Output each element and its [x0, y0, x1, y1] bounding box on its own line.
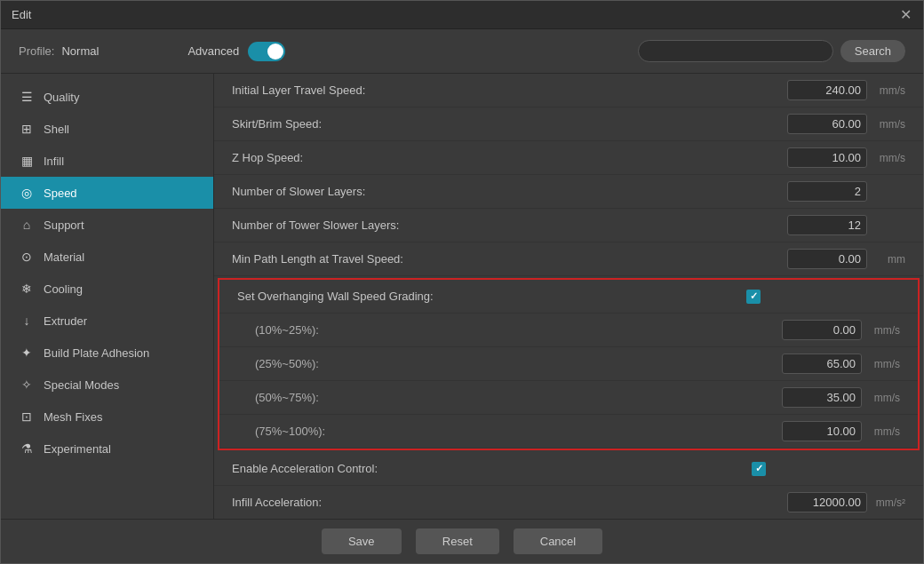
- setting-row-overhang-50-75: (50%~75%): mm/s: [219, 381, 918, 415]
- shell-icon: ⊞: [19, 121, 35, 137]
- unit-label: mm/s: [874, 152, 905, 164]
- overhang-25-50-input[interactable]: [782, 353, 862, 374]
- extruder-icon: ↓: [19, 313, 35, 329]
- sidebar-item-experimental[interactable]: ⚗ Experimental: [1, 433, 213, 465]
- overhanging-wall-speed-checkbox[interactable]: [746, 290, 761, 304]
- highlighted-section: Set Overhanging Wall Speed Grading: (10%…: [218, 278, 920, 450]
- reset-button[interactable]: Reset: [416, 528, 499, 554]
- setting-row-number-tower-slower-layers: Number of Tower Slower Layers:: [214, 209, 923, 242]
- setting-row-overhang-75-100: (75%~100%): mm/s: [219, 415, 918, 449]
- sidebar-item-extruder[interactable]: ↓ Extruder: [1, 305, 213, 337]
- search-input[interactable]: [638, 40, 833, 62]
- sidebar-item-label-material: Material: [44, 250, 84, 264]
- number-slower-layers-input[interactable]: [787, 181, 867, 202]
- sidebar-item-label-cooling: Cooling: [44, 282, 83, 296]
- setting-value-area: mm/s: [782, 421, 900, 441]
- setting-value-area: [787, 181, 905, 202]
- window-title: Edit: [12, 8, 31, 21]
- unit-label: mm/s: [874, 118, 905, 131]
- setting-label: Number of Tower Slower Layers:: [232, 218, 787, 232]
- cancel-button[interactable]: Cancel: [514, 528, 602, 554]
- setting-row-infill-acceleration: Infill Acceleration: mm/s²: [214, 486, 923, 519]
- setting-row-overhang-25-50: (25%~50%): mm/s: [219, 347, 918, 381]
- overhang-10-25-input[interactable]: [782, 320, 862, 340]
- enable-acceleration-checkbox[interactable]: [752, 462, 766, 476]
- toggle-knob: [267, 44, 283, 60]
- save-button[interactable]: Save: [322, 528, 402, 554]
- min-path-length-input[interactable]: [787, 249, 867, 269]
- checkbox-area: [752, 462, 867, 476]
- setting-row-min-path-length: Min Path Length at Travel Speed: mm: [214, 242, 923, 276]
- number-tower-slower-layers-input[interactable]: [787, 215, 867, 235]
- skirt-brim-speed-input[interactable]: [787, 114, 867, 134]
- enable-acceleration-label: Enable Acceleration Control:: [232, 462, 752, 475]
- unit-label: mm/s: [869, 392, 900, 404]
- special-modes-icon: ✧: [19, 377, 35, 393]
- sidebar-item-shell[interactable]: ⊞ Shell: [1, 113, 213, 145]
- checkbox-area: [746, 290, 862, 304]
- setting-label: Number of Slower Layers:: [232, 185, 787, 198]
- sidebar-item-special-modes[interactable]: ✧ Special Modes: [1, 369, 213, 401]
- advanced-label: Advanced: [187, 44, 239, 58]
- profile-area: Profile: Normal: [19, 44, 99, 58]
- setting-row-skirt-brim-speed: Skirt/Brim Speed: mm/s: [214, 107, 923, 141]
- setting-value-area: mm/s: [787, 114, 905, 134]
- setting-label: Initial Layer Travel Speed:: [232, 83, 787, 97]
- infill-icon: ▦: [19, 153, 35, 169]
- footer: Save Reset Cancel: [1, 519, 923, 563]
- unit-label: mm/s: [869, 324, 900, 337]
- setting-label: Min Path Length at Travel Speed:: [232, 252, 787, 266]
- setting-label: Skirt/Brim Speed:: [232, 117, 787, 131]
- overhang-50-75-input[interactable]: [782, 387, 862, 408]
- profile-label: Profile:: [19, 44, 54, 58]
- main-content: ☰ Quality ⊞ Shell ▦ Infill ◎ Speed ⌂ Sup…: [1, 74, 923, 519]
- sidebar-item-speed[interactable]: ◎ Speed: [1, 177, 213, 209]
- initial-layer-travel-speed-input[interactable]: [787, 80, 867, 100]
- sidebar-item-label-support: Support: [44, 218, 84, 232]
- close-button[interactable]: ✕: [898, 8, 912, 22]
- sidebar-item-label-infill: Infill: [44, 155, 64, 168]
- setting-row-number-slower-layers: Number of Slower Layers:: [214, 175, 923, 209]
- unit-label: mm/s: [869, 358, 900, 370]
- setting-row-overhang-10-25: (10%~25%): mm/s: [219, 314, 918, 347]
- overhang-75-100-input[interactable]: [782, 421, 862, 441]
- setting-row-overhanging-wall-speed: Set Overhanging Wall Speed Grading:: [219, 280, 918, 314]
- unit-label: mm: [874, 253, 905, 266]
- sidebar-item-build-plate[interactable]: ✦ Build Plate Adhesion: [1, 337, 213, 369]
- quality-icon: ☰: [19, 89, 35, 105]
- setting-row-z-hop-speed: Z Hop Speed: mm/s: [214, 141, 923, 175]
- unit-label: mm/s: [869, 425, 900, 438]
- search-area: Search: [638, 40, 905, 62]
- setting-value-area: mm: [787, 249, 905, 269]
- search-button[interactable]: Search: [840, 40, 905, 62]
- setting-value-area: mm/s: [782, 387, 900, 408]
- sidebar-item-material[interactable]: ⊙ Material: [1, 241, 213, 273]
- sidebar-item-support[interactable]: ⌂ Support: [1, 209, 213, 241]
- z-hop-speed-input[interactable]: [787, 147, 867, 168]
- setting-row-initial-layer-travel-speed: Initial Layer Travel Speed: mm/s: [214, 74, 923, 107]
- sidebar-item-label-special-modes: Special Modes: [44, 378, 119, 392]
- setting-label: Z Hop Speed:: [232, 151, 787, 164]
- sidebar-item-quality[interactable]: ☰ Quality: [1, 81, 213, 113]
- infill-acceleration-input[interactable]: [787, 492, 867, 512]
- sidebar-item-infill[interactable]: ▦ Infill: [1, 145, 213, 177]
- setting-value-area: [752, 462, 905, 476]
- advanced-toggle[interactable]: [248, 42, 285, 61]
- profile-value: Normal: [61, 44, 99, 58]
- sidebar-item-label-extruder: Extruder: [44, 314, 87, 328]
- sidebar-item-cooling[interactable]: ❄ Cooling: [1, 273, 213, 305]
- setting-value-area: mm/s: [787, 147, 905, 168]
- overhanging-wall-speed-label: Set Overhanging Wall Speed Grading:: [237, 290, 746, 303]
- sidebar: ☰ Quality ⊞ Shell ▦ Infill ◎ Speed ⌂ Sup…: [1, 74, 214, 519]
- main-window: Edit ✕ Profile: Normal Advanced Search ☰…: [0, 0, 924, 564]
- support-icon: ⌂: [19, 217, 35, 233]
- speed-icon: ◎: [19, 185, 35, 201]
- sidebar-item-mesh-fixes[interactable]: ⊡ Mesh Fixes: [1, 401, 213, 433]
- toolbar: Profile: Normal Advanced Search: [1, 29, 923, 74]
- cooling-icon: ❄: [19, 281, 35, 297]
- setting-row-enable-acceleration: Enable Acceleration Control:: [214, 452, 923, 486]
- overhang-10-25-label: (10%~25%):: [237, 323, 782, 337]
- unit-label: mm/s²: [874, 496, 905, 509]
- unit-label: mm/s: [874, 84, 905, 97]
- overhang-50-75-label: (50%~75%):: [237, 391, 782, 404]
